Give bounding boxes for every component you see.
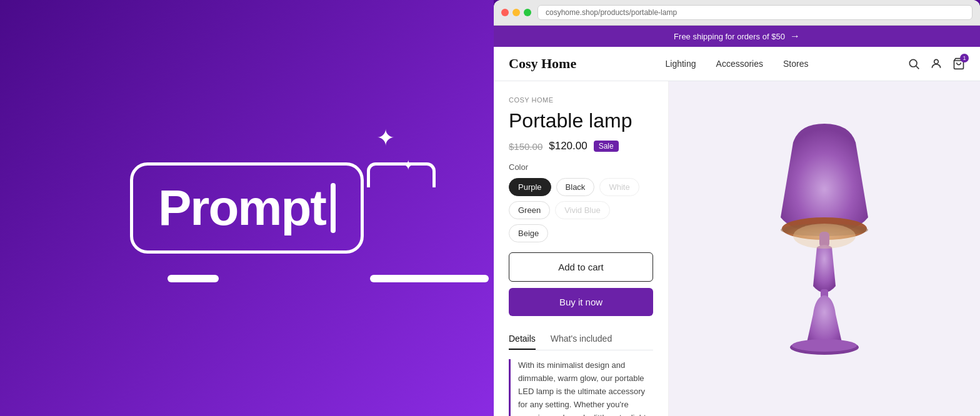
shop-container: Free shipping for orders of $50 → Cosy H… (494, 26, 980, 416)
close-dot[interactable] (501, 9, 509, 16)
nav-logo[interactable]: Cosy Home (509, 56, 623, 72)
color-options-row2: Green Vivid Blue Beige (509, 201, 653, 242)
nav-link-stores[interactable]: Stores (783, 59, 808, 69)
announcement-text: Free shipping for orders of $50 (674, 32, 785, 41)
svg-point-2 (934, 59, 939, 64)
cart-icon[interactable]: 1 (952, 57, 965, 70)
search-icon[interactable] (908, 57, 920, 70)
color-label: Color (509, 162, 653, 172)
bottom-line-decoration (370, 275, 489, 282)
lamp-image (743, 117, 906, 380)
svg-point-9 (792, 339, 857, 352)
color-options-row1: Purple Black White (509, 178, 653, 196)
star-large-icon: ✦ (376, 125, 395, 151)
prompt-logo-text: Prompt (158, 183, 326, 233)
color-btn-purple[interactable]: Purple (509, 178, 551, 196)
browser-dots (501, 9, 531, 16)
browser-chrome: cosyhome.shop/products/portable-lamp (494, 0, 980, 26)
product-area: COSY HOME Portable lamp $150.00 $120.00 … (494, 81, 980, 416)
nav-links: Lighting Accessories Stores (623, 59, 851, 69)
nav-icons: 1 (851, 57, 966, 70)
cursor-icon (331, 183, 336, 233)
tab-details[interactable]: Details (509, 329, 536, 350)
announcement-bar: Free shipping for orders of $50 → (494, 26, 980, 47)
nav-link-lighting[interactable]: Lighting (666, 59, 696, 69)
url-bar[interactable]: cosyhome.shop/products/portable-lamp (538, 5, 972, 20)
product-image-area (669, 81, 980, 416)
color-btn-beige[interactable]: Beige (509, 224, 548, 242)
minimize-dot[interactable] (512, 9, 520, 16)
left-panel: Prompt ✦ ✦ (0, 0, 494, 416)
breadcrumb: COSY HOME (509, 96, 653, 104)
sale-badge: Sale (594, 141, 619, 152)
price-original: $150.00 (509, 141, 542, 152)
color-btn-black[interactable]: Black (556, 178, 595, 196)
price-row: $150.00 $120.00 Sale (509, 140, 653, 152)
product-title: Portable lamp (509, 109, 653, 132)
price-current: $120.00 (549, 140, 587, 152)
svg-point-10 (793, 224, 856, 249)
prompt-box: Prompt (130, 162, 364, 254)
buy-now-button[interactable]: Buy it now (509, 288, 653, 316)
color-section: Color Purple Black White Green Vivid Blu… (509, 162, 653, 242)
svg-point-0 (909, 59, 917, 67)
svg-line-1 (916, 66, 919, 69)
product-info: COSY HOME Portable lamp $150.00 $120.00 … (494, 81, 669, 416)
maximize-dot[interactable] (524, 9, 531, 16)
right-panel: cosyhome.shop/products/portable-lamp Fre… (494, 0, 980, 416)
announcement-arrow: → (790, 31, 800, 42)
star-small-icon: ✦ (402, 157, 414, 174)
tab-content-details: With its minimalist design and dimmable,… (509, 359, 653, 416)
account-icon[interactable] (930, 57, 942, 70)
color-btn-green[interactable]: Green (509, 201, 550, 219)
tab-whats-included[interactable]: What's included (551, 329, 612, 350)
add-to-cart-button[interactable]: Add to cart (509, 252, 653, 282)
nav-bar: Cosy Home Lighting Accessories Stores (494, 47, 980, 81)
dash-decoration (168, 275, 219, 282)
color-btn-vivid-blue[interactable]: Vivid Blue (555, 201, 610, 219)
tabs-row: Details What's included (509, 329, 653, 350)
logo-container: Prompt ✦ ✦ (130, 162, 364, 254)
cart-badge: 1 (960, 54, 969, 62)
tab-decoration (367, 162, 436, 187)
color-btn-white[interactable]: White (599, 178, 639, 196)
nav-link-accessories[interactable]: Accessories (716, 59, 763, 69)
